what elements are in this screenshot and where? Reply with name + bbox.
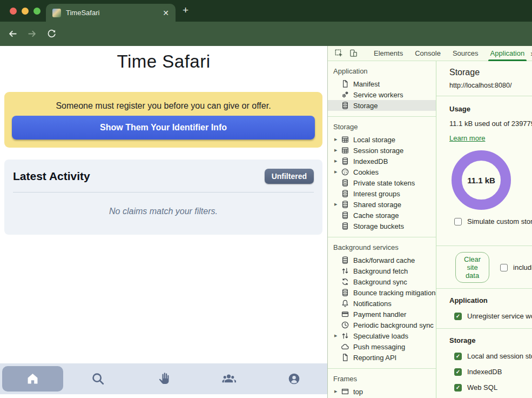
- tree-item-back-forward-cache[interactable]: Back/forward cache: [328, 255, 436, 266]
- database-icon: [341, 157, 349, 165]
- storage-panel: Storage http://localhost:8080/ Usage 11.…: [436, 61, 532, 398]
- page-title: Time Safari: [0, 51, 327, 72]
- tree-item-storage-buckets[interactable]: Storage buckets: [328, 221, 436, 231]
- document-icon: [341, 79, 349, 88]
- tree-item-label: Session storage: [353, 147, 403, 155]
- application-section-rows: ✓Unregister service workers: [454, 312, 532, 320]
- expander-icon[interactable]: ▶: [334, 148, 341, 152]
- nav-hand-button[interactable]: [133, 366, 194, 392]
- nav-home-button[interactable]: [2, 366, 63, 392]
- device-toolbar-icon[interactable]: [349, 49, 358, 58]
- clear-site-data-button[interactable]: Clear site data: [455, 252, 489, 283]
- reload-button[interactable]: [46, 29, 57, 39]
- panel-origin: http://localhost:8080/: [449, 82, 532, 89]
- cookie-icon: [341, 168, 349, 176]
- table-icon: [341, 135, 349, 144]
- tab-close-icon[interactable]: ✕: [163, 9, 169, 17]
- expander-icon[interactable]: ▶: [334, 170, 341, 174]
- tree-item-storage[interactable]: Storage: [328, 100, 436, 111]
- clear-web-sql-label[interactable]: Web SQL: [467, 383, 497, 392]
- browser-tab[interactable]: TimeSafari ✕: [46, 4, 176, 22]
- inspect-element-icon[interactable]: [334, 49, 344, 58]
- forward-button[interactable]: [27, 29, 37, 39]
- tree-item-bounce-tracking-mitigations[interactable]: Bounce tracking mitigations: [328, 287, 436, 298]
- simulate-quota-label[interactable]: Simulate custom storage quota: [467, 217, 532, 225]
- database-icon: [341, 211, 349, 220]
- table-icon: [341, 146, 349, 155]
- expander-icon[interactable]: ▶: [334, 137, 341, 142]
- tree-item-shared-storage[interactable]: ▶Shared storage: [328, 199, 436, 210]
- nav-person-button[interactable]: [264, 366, 325, 392]
- tree-item-label: Push messaging: [353, 343, 405, 351]
- tree-item-service-workers[interactable]: Service workers: [328, 89, 436, 100]
- third-party-cookies-checkbox[interactable]: [500, 264, 508, 271]
- devtools-tab-sources[interactable]: Sources: [447, 46, 484, 61]
- third-party-cookies-label[interactable]: including third-party cookies: [513, 263, 532, 271]
- tree-item-manifest[interactable]: Manifest: [328, 78, 436, 89]
- devtools-tab-elements[interactable]: Elements: [368, 46, 409, 61]
- tab-favicon: [52, 9, 61, 17]
- clear-indexeddb-checkbox[interactable]: ✓: [454, 368, 462, 376]
- tree-item-reporting-api[interactable]: Reporting API: [328, 352, 436, 363]
- clear-web-sql-checkbox[interactable]: ✓: [454, 384, 462, 392]
- nav-people-button[interactable]: [198, 366, 259, 392]
- expander-icon[interactable]: ▶: [334, 389, 341, 394]
- tree-item-push-messaging[interactable]: Push messaging: [328, 341, 436, 352]
- new-tab-button[interactable]: +: [183, 4, 188, 16]
- clear-local-and-session-storage-checkbox[interactable]: ✓: [454, 353, 462, 360]
- tree-item-label: Local storage: [353, 136, 395, 144]
- tree-item-periodic-background-sync[interactable]: Periodic background sync: [328, 320, 436, 330]
- devtools-tab-application[interactable]: Application: [484, 46, 531, 61]
- expander-icon[interactable]: ▶: [334, 159, 341, 163]
- back-button[interactable]: [8, 29, 18, 39]
- clear-indexeddb-row: ✓IndexedDB: [454, 368, 532, 376]
- tree-item-private-state-tokens[interactable]: Private state tokens: [328, 177, 436, 188]
- minimize-window-button[interactable]: [22, 8, 29, 15]
- unfiltered-badge-button[interactable]: Unfiltered: [265, 169, 314, 184]
- tree-item-session-storage[interactable]: ▶Session storage: [328, 145, 436, 156]
- learn-more-link[interactable]: Learn more: [449, 134, 485, 142]
- panel-divider: [436, 328, 532, 329]
- tree-item-background-fetch[interactable]: Background fetch: [328, 266, 436, 276]
- page-content: Time Safari Someone must register you be…: [0, 46, 327, 398]
- show-identifier-info-button[interactable]: Show Them Your Identifier Info: [12, 116, 315, 140]
- database-icon: [341, 256, 349, 264]
- storage-section-heading: Storage: [449, 336, 532, 344]
- tree-item-indexeddb[interactable]: ▶IndexedDB: [328, 156, 436, 167]
- clear-local-and-session-storage-label[interactable]: Local and session storage: [467, 352, 532, 360]
- hand-icon: [156, 372, 171, 386]
- database-icon: [341, 200, 349, 209]
- simulate-quota-checkbox[interactable]: [454, 218, 462, 225]
- tree-item-local-storage[interactable]: ▶Local storage: [328, 134, 436, 145]
- tree-item-interest-groups[interactable]: Interest groups: [328, 188, 436, 199]
- devtools-tab-console[interactable]: Console: [409, 46, 447, 61]
- devtools-section-frames: Frames▶top: [328, 369, 436, 398]
- expander-icon[interactable]: ▶: [334, 334, 341, 338]
- clear-web-sql-row: ✓Web SQL: [454, 383, 532, 392]
- database-icon: [341, 189, 349, 198]
- tree-item-notifications[interactable]: Notifications: [328, 298, 436, 309]
- registration-alert: Someone must register you before you can…: [4, 92, 322, 148]
- database-icon: [341, 101, 349, 110]
- tree-item-top[interactable]: ▶top: [328, 386, 436, 397]
- tree-item-payment-handler[interactable]: Payment handler: [328, 309, 436, 320]
- tree-item-speculative-loads[interactable]: ▶Speculative loads: [328, 330, 436, 341]
- clear-unregister-service-workers-label[interactable]: Unregister service workers: [467, 312, 532, 320]
- expander-icon[interactable]: ▶: [334, 202, 341, 207]
- people-icon: [221, 372, 236, 386]
- close-window-button[interactable]: [10, 8, 17, 15]
- browser-tabstrip: TimeSafari ✕ +: [0, 0, 532, 22]
- tree-item-background-sync[interactable]: Background sync: [328, 276, 436, 287]
- person-icon: [287, 372, 301, 386]
- alert-text: Someone must register you before you can…: [4, 101, 322, 111]
- tree-item-cookies[interactable]: ▶Cookies: [328, 167, 436, 177]
- tree-item-cache-storage[interactable]: Cache storage: [328, 210, 436, 221]
- sync-icon: [341, 277, 349, 286]
- clear-unregister-service-workers-checkbox[interactable]: ✓: [454, 313, 462, 320]
- section-title-background-services: Background services: [328, 240, 436, 255]
- nav-search-button[interactable]: [68, 366, 129, 392]
- empty-claims-message: No claims match your filters.: [13, 207, 314, 216]
- clear-indexeddb-label[interactable]: IndexedDB: [467, 368, 502, 376]
- database-icon: [341, 222, 349, 230]
- maximize-window-button[interactable]: [33, 8, 41, 15]
